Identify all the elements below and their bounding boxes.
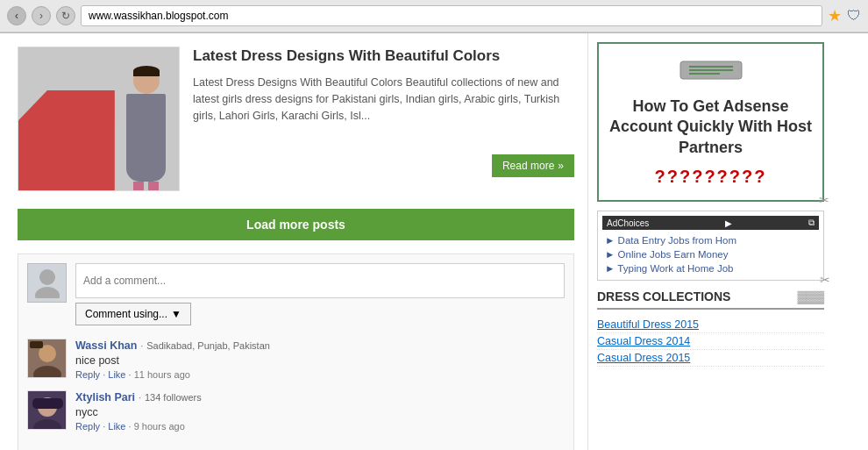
ad-choice-item-3[interactable]: ► Typing Work at Home Job bbox=[602, 261, 819, 275]
svg-rect-8 bbox=[32, 398, 63, 409]
comment-content-1: Wassi Khan · Sadikabad, Punjab, Pakistan… bbox=[75, 339, 565, 380]
comment-input-row: Comment using... ▼ bbox=[27, 263, 565, 325]
shield-icon: 🛡 bbox=[847, 8, 861, 24]
comment-text-1: nice post bbox=[75, 354, 565, 367]
comment-content-2: Xtylish Pari · 134 followers nycc Reply … bbox=[75, 390, 565, 432]
reply-button-2[interactable]: Reply bbox=[75, 421, 100, 432]
svg-rect-4 bbox=[30, 341, 43, 348]
address-bar[interactable] bbox=[81, 5, 822, 26]
comment-input-area: Comment using... ▼ bbox=[75, 263, 565, 325]
comment-item: Wassi Khan · Sadikabad, Punjab, Pakistan… bbox=[27, 339, 565, 380]
comments-section: Comment using... ▼ bbox=[18, 254, 574, 450]
comment-input[interactable] bbox=[75, 263, 565, 298]
load-more-container: Load more posts bbox=[18, 209, 574, 240]
sidebar: How To Get Adsense Account Quickly With … bbox=[587, 33, 833, 450]
ad-choices: AdChoices ▶ ⧉ ► Data Entry Jobs from Hom… bbox=[597, 211, 824, 281]
post-excerpt: Latest Dress Designs With Beautiful Colo… bbox=[193, 75, 574, 124]
ad-choice-item-2[interactable]: ► Online Jobs Earn Money bbox=[602, 247, 819, 261]
ad-choices-play-icon: ▶ bbox=[725, 218, 732, 228]
comment-time-2: 9 hours ago bbox=[134, 421, 185, 432]
scissors-icon-2: ✂ bbox=[820, 273, 830, 287]
svg-point-0 bbox=[39, 269, 55, 285]
comment-avatar-default bbox=[27, 263, 67, 303]
ad-title: How To Get Adsense Account Quickly With … bbox=[608, 96, 814, 158]
comment-using-button[interactable]: Comment using... ▼ bbox=[75, 303, 191, 325]
ad-choices-header: AdChoices ▶ ⧉ bbox=[602, 216, 819, 230]
dress-collections: DRESS COLLECTIONS ▓▓▓ Beautiful Dress 20… bbox=[597, 289, 824, 367]
collection-link-1[interactable]: Beautiful Dress 2015 bbox=[597, 317, 824, 333]
load-more-button[interactable]: Load more posts bbox=[18, 209, 574, 240]
ad-banner: How To Get Adsense Account Quickly With … bbox=[597, 42, 824, 202]
commenter-avatar-2 bbox=[27, 390, 67, 430]
page-container: Latest Dress Designs With Beautiful Colo… bbox=[0, 33, 868, 450]
comment-item-2: Xtylish Pari · 134 followers nycc Reply … bbox=[27, 390, 565, 432]
browser-chrome: ‹ › ↻ ★ 🛡 bbox=[0, 0, 868, 33]
svg-point-1 bbox=[35, 287, 60, 298]
post-info: Latest Dress Designs With Beautiful Colo… bbox=[193, 46, 574, 191]
commenter-name-2[interactable]: Xtylish Pari bbox=[75, 391, 135, 404]
commenter-avatar-1 bbox=[27, 339, 67, 378]
comment-meta-1: Reply · Like · 11 hours ago bbox=[75, 369, 565, 380]
ad-choice-item-1[interactable]: ► Data Entry Jobs from Hom bbox=[602, 233, 819, 247]
scissors-icon: ✂ bbox=[819, 193, 829, 207]
post-thumbnail bbox=[18, 46, 180, 191]
bookmark-icon[interactable]: ★ bbox=[828, 6, 842, 25]
comment-time-1: 11 hours ago bbox=[134, 369, 190, 380]
dress-collections-header: DRESS COLLECTIONS ▓▓▓ bbox=[597, 289, 824, 310]
browser-toolbar: ‹ › ↻ ★ 🛡 bbox=[0, 0, 868, 32]
post-title: Latest Dress Designs With Beautiful Colo… bbox=[193, 46, 574, 66]
comment-text-2: nycc bbox=[75, 406, 565, 418]
like-button-2[interactable]: Like bbox=[108, 421, 125, 432]
refresh-button[interactable]: ↻ bbox=[56, 6, 75, 25]
ad-choices-link-icon: ⧉ bbox=[808, 218, 815, 228]
like-button-1[interactable]: Like bbox=[108, 369, 125, 380]
collection-link-3[interactable]: Casual Dress 2015 bbox=[597, 350, 824, 367]
comment-meta-2: Reply · Like · 9 hours ago bbox=[75, 421, 565, 432]
reply-button-1[interactable]: Reply bbox=[75, 369, 100, 380]
commenter-followers-2: 134 followers bbox=[145, 392, 202, 403]
section-decor: ▓▓▓ bbox=[797, 289, 824, 304]
forward-button[interactable]: › bbox=[32, 6, 51, 25]
read-more-button[interactable]: Read more bbox=[492, 154, 574, 177]
back-button[interactable]: ‹ bbox=[7, 6, 26, 25]
post-card: Latest Dress Designs With Beautiful Colo… bbox=[18, 46, 574, 191]
ad-question: ????????? bbox=[608, 167, 814, 187]
commenter-name-1[interactable]: Wassi Khan bbox=[75, 339, 137, 352]
ad-icon bbox=[608, 57, 814, 89]
dropdown-arrow-icon: ▼ bbox=[171, 308, 181, 320]
commenter-location-1: Sadikabad, Punjab, Pakistan bbox=[146, 340, 270, 351]
main-content: Latest Dress Designs With Beautiful Colo… bbox=[0, 33, 587, 450]
collection-link-2[interactable]: Casual Dress 2014 bbox=[597, 333, 824, 350]
